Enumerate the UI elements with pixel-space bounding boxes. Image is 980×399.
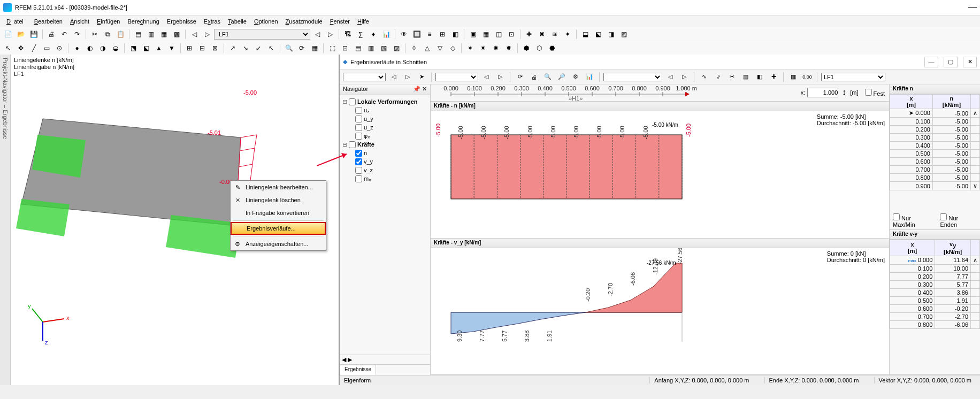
- toolbar-icon[interactable]: ◇: [447, 42, 458, 54]
- table-row[interactable]: 0.200-5.00: [890, 126, 980, 134]
- toolbar-icon[interactable]: ✂: [726, 71, 738, 83]
- nav-next-icon[interactable]: ▷: [402, 71, 414, 83]
- ctx-delete-line-hinge[interactable]: ⨯Liniengelenk löschen: [231, 194, 326, 206]
- toolbar-icon[interactable]: ▣: [467, 28, 479, 40]
- toolbar-icon[interactable]: ↘: [240, 42, 251, 54]
- toolbar-icon[interactable]: ∿: [698, 71, 710, 83]
- chk-forces[interactable]: [349, 141, 356, 148]
- toolbar-icon[interactable]: ▨: [618, 28, 630, 40]
- toolbar-icon[interactable]: ⬚: [326, 42, 338, 54]
- toolbar-icon[interactable]: 🏗: [342, 28, 354, 40]
- menu-results[interactable]: Ergebnisse: [164, 17, 200, 26]
- toolbar-icon[interactable]: ▤: [740, 71, 752, 83]
- toolbar-icon[interactable]: ▩: [171, 28, 182, 40]
- tab-results[interactable]: Ergebnisse: [340, 365, 376, 375]
- table-row[interactable]: 0.800-5.00: [890, 174, 980, 182]
- table-row[interactable]: 0.10010.00: [890, 264, 980, 272]
- toolbar-icon[interactable]: ♦: [368, 28, 379, 40]
- toolbar-icon[interactable]: ◒: [110, 42, 121, 54]
- toolbar-icon[interactable]: ▤: [132, 28, 144, 40]
- table-row[interactable]: 0.700-2.70: [890, 312, 980, 320]
- pointer-icon[interactable]: ↖: [2, 42, 14, 54]
- menu-edit[interactable]: Bearbeiten: [31, 17, 66, 26]
- stepper-icon[interactable]: ⭥: [840, 89, 848, 96]
- app-minimize-button[interactable]: —: [968, 2, 977, 12]
- toolbar-icon[interactable]: ⬢: [520, 42, 532, 54]
- new-icon[interactable]: 📄: [2, 28, 14, 40]
- toolbar-icon[interactable]: ●: [71, 42, 83, 54]
- table-row[interactable]: 0.100-5.00: [890, 118, 980, 126]
- toolbar-icon[interactable]: ✦: [562, 28, 573, 40]
- nav-next-icon[interactable]: ▷: [678, 71, 690, 83]
- print-icon[interactable]: 🖨: [45, 28, 57, 40]
- line-icon[interactable]: ╱: [28, 42, 40, 54]
- ctx-display-properties[interactable]: ⚙Anzeigeeigenschaften...: [231, 237, 326, 250]
- toolbar-icon[interactable]: ⊡: [339, 42, 351, 54]
- save-icon[interactable]: 💾: [28, 28, 40, 40]
- toolbar-icon[interactable]: ⬔: [127, 42, 139, 54]
- tree-item-uz[interactable]: u_z: [342, 123, 428, 132]
- nav-next2-icon[interactable]: ▷: [324, 28, 336, 40]
- rect-icon[interactable]: ▭: [41, 42, 52, 54]
- toolbar-icon[interactable]: ◧: [754, 71, 765, 83]
- toolbar-icon[interactable]: △: [421, 42, 433, 54]
- table-row[interactable]: 0.5001.91: [890, 296, 980, 304]
- loadcase-select[interactable]: LF1: [214, 29, 310, 40]
- toolbar-icon[interactable]: ≋: [549, 28, 561, 40]
- go-icon[interactable]: ➤: [416, 71, 427, 83]
- table-row[interactable]: 0.600-5.00: [890, 158, 980, 166]
- loadcase-select[interactable]: LF1: [821, 73, 885, 81]
- table-row[interactable]: 0.400-5.00: [890, 142, 980, 150]
- toolbar-icon[interactable]: ⬕: [592, 28, 604, 40]
- toolbar-icon[interactable]: ▥: [145, 28, 157, 40]
- toolbar-icon[interactable]: ▲: [153, 42, 165, 54]
- menu-insert[interactable]: Einfügen: [94, 17, 123, 26]
- toolbar-icon[interactable]: ✖: [536, 28, 548, 40]
- refresh-icon[interactable]: ⟳: [296, 42, 308, 54]
- toolbar-icon[interactable]: ◨: [605, 28, 617, 40]
- tree-item-mx[interactable]: mₓ: [342, 174, 428, 183]
- tree-item-vy[interactable]: v_y: [342, 157, 428, 166]
- toolbar-icon[interactable]: ↗: [227, 42, 239, 54]
- chk-max-min[interactable]: Nur Max/Min: [893, 213, 935, 228]
- toolbar-icon[interactable]: ▤: [352, 42, 364, 54]
- print-icon[interactable]: 🖨: [528, 71, 540, 83]
- toolbar-icon[interactable]: ↙: [252, 42, 264, 54]
- toolbar-icon[interactable]: ⊞: [183, 42, 195, 54]
- toolbar-icon[interactable]: ▦: [158, 28, 170, 40]
- nav-scroll-buttons[interactable]: ◀ ▶: [340, 355, 430, 364]
- table-row[interactable]: 0.900-5.00∨: [890, 182, 980, 190]
- tree-group-deformations[interactable]: ⊟Lokale Verformungen: [342, 97, 428, 106]
- nav-prev2-icon[interactable]: ◁: [311, 28, 323, 40]
- toolbar-icon[interactable]: ✷: [477, 42, 489, 54]
- tree-item-phix[interactable]: φₓ: [342, 132, 428, 140]
- menu-window[interactable]: Fenster: [327, 17, 353, 26]
- toolbar-icon[interactable]: ▦: [480, 28, 492, 40]
- toolbar-icon[interactable]: ⬡: [533, 42, 545, 54]
- toolbar-icon[interactable]: ✹: [503, 42, 515, 54]
- pin-icon[interactable]: 📌 ✕: [413, 86, 427, 94]
- menu-options[interactable]: Optionen: [251, 17, 281, 26]
- table-row[interactable]: ➤ 0.000-5.00∧: [890, 109, 980, 118]
- ctx-edit-line-hinge[interactable]: ✎Liniengelenk bearbeiten...: [231, 181, 326, 194]
- toolbar-icon[interactable]: ⬣: [546, 42, 558, 54]
- table-row[interactable]: 0.300-5.00: [890, 134, 980, 142]
- toolbar-icon[interactable]: ∑: [355, 28, 366, 40]
- menu-file[interactable]: Datei: [3, 17, 30, 26]
- redo-icon[interactable]: ↷: [71, 28, 83, 40]
- table-row[interactable]: 0.800-6.06: [890, 320, 980, 328]
- chk-deformations[interactable]: [349, 98, 356, 105]
- menu-help[interactable]: Hilfe: [354, 17, 372, 26]
- tree-group-forces[interactable]: ⊟Kräfte: [342, 140, 428, 149]
- toolbar-icon[interactable]: ◐: [84, 42, 96, 54]
- toolbar-icon[interactable]: ⊠: [209, 42, 221, 54]
- tree-item-ux[interactable]: uₓ: [342, 106, 428, 114]
- toolbar-icon[interactable]: ◫: [493, 28, 504, 40]
- table-row[interactable]: 0.600-0.20: [890, 304, 980, 312]
- table-row[interactable]: 0.3005.77: [890, 280, 980, 288]
- nav-prev-icon[interactable]: ◁: [388, 71, 400, 83]
- toolbar-icon[interactable]: ⊞: [437, 28, 448, 40]
- toolbar-icon[interactable]: ▽: [434, 42, 446, 54]
- tree-item-n[interactable]: n: [342, 149, 428, 157]
- open-icon[interactable]: 📂: [15, 28, 27, 40]
